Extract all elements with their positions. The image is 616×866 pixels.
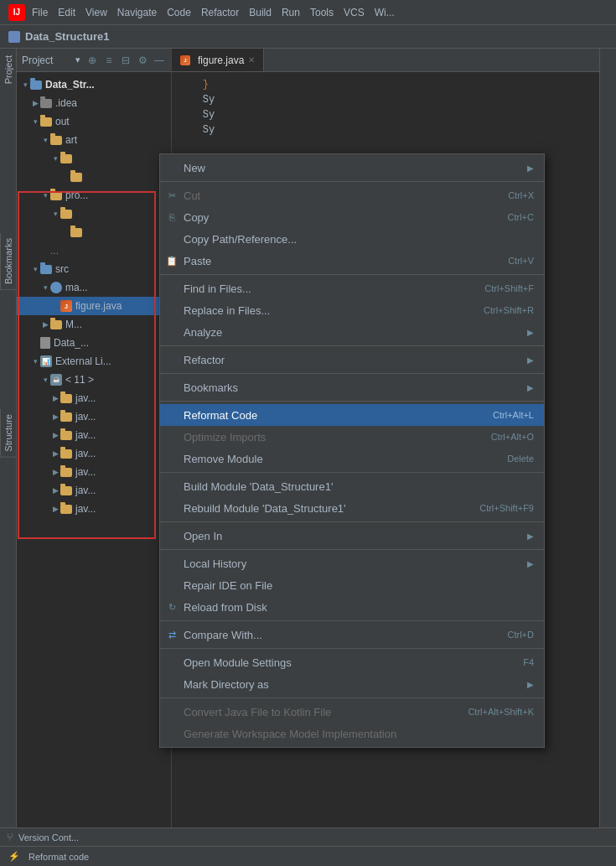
tree-item-src[interactable]: ▾ src bbox=[17, 260, 171, 278]
panel-dropdown[interactable]: ▾ bbox=[75, 54, 80, 65]
tree-item-data-file[interactable]: ▶ Data_... bbox=[17, 334, 171, 352]
tree-item-art-sub2[interactable]: ▶ bbox=[17, 168, 171, 186]
menu-item-generate-workspace[interactable]: Generate Workspace Model Implementation bbox=[160, 723, 544, 744]
menu-label-open-in: Open In bbox=[184, 530, 222, 542]
paste-icon-area: 📋 bbox=[163, 254, 180, 267]
tree-item-main[interactable]: ▾ ma... bbox=[17, 278, 171, 297]
menu-item-compare-with[interactable]: ⇄ Compare With... Ctrl+D bbox=[160, 624, 544, 646]
menu-item-local-history[interactable]: Local History ▶ bbox=[160, 552, 544, 574]
code-line-2: Sy bbox=[179, 94, 593, 109]
tree-item-more[interactable]: ... bbox=[17, 241, 171, 260]
menu-item-reformat-code[interactable]: Reformat Code Ctrl+Alt+L bbox=[160, 404, 544, 426]
tree-item-pro[interactable]: ▾ pro... bbox=[17, 186, 171, 205]
panel-icon-locate[interactable]: ⊕ bbox=[85, 54, 99, 67]
art-sub1-folder-icon bbox=[60, 154, 72, 163]
submenu-arrow-analyze: ▶ bbox=[527, 328, 534, 337]
menu-build[interactable]: Build bbox=[249, 7, 272, 18]
sidebar-tab-bookmarks[interactable]: Bookmarks bbox=[0, 233, 16, 290]
menu-item-open-module-settings[interactable]: Open Module Settings F4 bbox=[160, 651, 544, 673]
tree-arrow-jav5: ▶ bbox=[50, 467, 60, 477]
tree-item-jav7[interactable]: ▶ jav... bbox=[17, 500, 171, 518]
menu-item-copy[interactable]: ⎘ Copy Ctrl+C bbox=[160, 206, 544, 228]
menu-item-new[interactable]: New ▶ bbox=[160, 157, 544, 179]
menu-label-convert-java: Convert Java File to Kotlin File bbox=[184, 706, 331, 718]
tree-item-idea[interactable]: ▶ .idea bbox=[17, 94, 171, 112]
menu-refactor[interactable]: Refactor bbox=[201, 7, 239, 18]
tree-arrow-jav1: ▶ bbox=[50, 393, 60, 403]
tree-item-pro-sub1[interactable]: ▾ bbox=[17, 205, 171, 223]
menu-label-build-module: Build Module 'Data_Structure1' bbox=[184, 480, 333, 493]
menu-view[interactable]: View bbox=[85, 7, 107, 18]
menu-bar: File Edit View Navigate Code Refactor Bu… bbox=[32, 7, 395, 18]
menu-item-open-in[interactable]: Open In ▶ bbox=[160, 525, 544, 547]
panel-icon-collapse[interactable]: ⊟ bbox=[119, 54, 132, 67]
tree-item-art-sub1[interactable]: ▾ bbox=[17, 149, 171, 168]
menu-item-convert-java[interactable]: Convert Java File to Kotlin File Ctrl+Al… bbox=[160, 701, 544, 723]
code-line-1: } bbox=[179, 79, 593, 94]
menu-item-optimize-imports[interactable]: Optimize Imports Ctrl+Alt+O bbox=[160, 426, 544, 448]
file-tree: ▾ Data_Str... ▶ .idea ▾ out ▾ art bbox=[17, 72, 171, 866]
menu-item-bookmarks[interactable]: Bookmarks ▶ bbox=[160, 376, 544, 398]
tree-item-out[interactable]: ▾ out bbox=[17, 112, 171, 131]
pro-sub2-folder-icon bbox=[70, 228, 82, 237]
tree-item-jav3[interactable]: ▶ jav... bbox=[17, 426, 171, 444]
tree-label-jav4: jav... bbox=[75, 448, 96, 459]
menu-item-find-files[interactable]: Find in Files... Ctrl+Shift+F bbox=[160, 277, 544, 299]
menu-item-refactor[interactable]: Refactor ▶ bbox=[160, 349, 544, 371]
menu-code[interactable]: Code bbox=[167, 7, 191, 18]
tree-item-pro-sub2[interactable]: ▶ bbox=[17, 223, 171, 241]
menu-label-open-module-settings: Open Module Settings bbox=[184, 656, 292, 669]
tree-label-jav2: jav... bbox=[75, 411, 96, 423]
tree-item-art[interactable]: ▾ art bbox=[17, 131, 171, 149]
cut-icon-area: ✂ bbox=[163, 189, 180, 202]
scissors-icon: ✂ bbox=[168, 190, 176, 201]
tree-item-jav4[interactable]: ▶ jav... bbox=[17, 444, 171, 463]
menu-label-copy-path: Copy Path/Reference... bbox=[184, 233, 297, 246]
menu-edit[interactable]: Edit bbox=[58, 7, 75, 18]
menu-item-build-module[interactable]: Build Module 'Data_Structure1' bbox=[160, 475, 544, 497]
version-control-bar: ⑂ Version Cont... bbox=[0, 827, 616, 846]
version-control-label[interactable]: Version Cont... bbox=[18, 832, 79, 843]
tree-item-jdk[interactable]: ▾ ☕ < 11 > bbox=[17, 371, 171, 389]
tree-item-jav5[interactable]: ▶ jav... bbox=[17, 463, 171, 481]
menu-item-cut[interactable]: ✂ Cut Ctrl+X bbox=[160, 184, 544, 206]
panel-icon-settings[interactable]: ⚙ bbox=[136, 54, 149, 67]
menu-navigate[interactable]: Navigate bbox=[117, 7, 157, 18]
menu-more[interactable]: Wi... bbox=[375, 7, 395, 18]
sidebar-tab-structure[interactable]: Structure bbox=[0, 409, 16, 458]
menu-item-copy-path[interactable]: Copy Path/Reference... bbox=[160, 228, 544, 250]
menu-vcs[interactable]: VCS bbox=[344, 7, 365, 18]
tree-item-external-lib[interactable]: ▾ 📊 External Li... bbox=[17, 352, 171, 371]
pro-folder-icon bbox=[50, 191, 62, 200]
sidebar-tab-project[interactable]: Project bbox=[1, 49, 16, 91]
panel-header-icons: ⊕ ≡ ⊟ ⚙ — bbox=[85, 54, 166, 67]
tab-close-button[interactable]: ✕ bbox=[248, 55, 255, 65]
submenu-arrow-local-history: ▶ bbox=[527, 559, 534, 568]
menu-item-paste[interactable]: 📋 Paste Ctrl+V bbox=[160, 250, 544, 272]
tree-label-src: src bbox=[55, 263, 69, 275]
reload-icon: ↻ bbox=[168, 602, 176, 613]
panel-icon-minimize[interactable]: — bbox=[153, 54, 166, 67]
tree-item-m[interactable]: ▶ M... bbox=[17, 315, 171, 334]
menu-item-analyze[interactable]: Analyze ▶ bbox=[160, 321, 544, 343]
cut-shortcut: Ctrl+X bbox=[508, 190, 534, 200]
tree-item-root[interactable]: ▾ Data_Str... bbox=[17, 75, 171, 94]
menu-item-mark-directory[interactable]: Mark Directory as ▶ bbox=[160, 673, 544, 695]
menu-item-remove-module[interactable]: Remove Module Delete bbox=[160, 448, 544, 469]
menu-item-repair-ide[interactable]: Repair IDE on File bbox=[160, 574, 544, 596]
tree-label-jav3: jav... bbox=[75, 429, 96, 441]
menu-item-replace-files[interactable]: Replace in Files... Ctrl+Shift+R bbox=[160, 299, 544, 321]
tree-item-figure-java[interactable]: ▶ J figure.java bbox=[17, 297, 171, 315]
tree-item-jav6[interactable]: ▶ jav... bbox=[17, 481, 171, 500]
menu-item-rebuild-module[interactable]: Rebuild Module 'Data_Structure1' Ctrl+Sh… bbox=[160, 497, 544, 519]
tab-figure-java[interactable]: J figure.java ✕ bbox=[172, 49, 264, 71]
tree-item-jav1[interactable]: ▶ jav... bbox=[17, 389, 171, 407]
tree-arrow-art-sub1: ▾ bbox=[50, 153, 60, 163]
panel-icon-scroll[interactable]: ≡ bbox=[102, 54, 116, 67]
menu-run[interactable]: Run bbox=[282, 7, 300, 18]
menu-tools[interactable]: Tools bbox=[310, 7, 334, 18]
menu-file[interactable]: File bbox=[32, 7, 48, 18]
menu-item-reload-disk[interactable]: ↻ Reload from Disk bbox=[160, 596, 544, 618]
menu-label-new: New bbox=[184, 162, 205, 174]
tree-item-jav2[interactable]: ▶ jav... bbox=[17, 407, 171, 426]
